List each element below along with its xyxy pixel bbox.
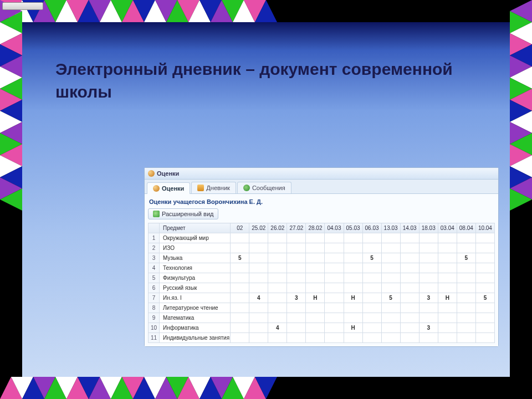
grade-cell[interactable] — [419, 283, 438, 293]
grade-cell[interactable] — [438, 253, 457, 263]
grade-cell[interactable] — [287, 263, 306, 273]
grade-cell[interactable] — [419, 273, 438, 283]
grade-cell[interactable] — [231, 233, 249, 243]
grade-cell[interactable] — [325, 273, 344, 283]
grade-cell[interactable] — [419, 253, 438, 263]
grade-cell[interactable] — [325, 253, 344, 263]
grade-cell[interactable] — [249, 333, 268, 343]
grade-cell[interactable] — [475, 263, 494, 273]
grade-cell[interactable] — [438, 233, 457, 243]
grade-cell[interactable] — [306, 243, 325, 253]
grade-cell[interactable] — [419, 313, 438, 323]
grade-cell[interactable] — [287, 273, 306, 283]
grade-cell[interactable] — [381, 303, 400, 313]
grade-cell[interactable] — [231, 313, 249, 323]
grade-cell[interactable]: Н — [306, 293, 325, 303]
grade-cell[interactable]: 4 — [249, 293, 268, 303]
grade-cell[interactable] — [381, 263, 400, 273]
grade-cell[interactable] — [419, 303, 438, 313]
grade-cell[interactable] — [400, 233, 419, 243]
grade-cell[interactable] — [475, 333, 494, 343]
grade-cell[interactable] — [381, 233, 400, 243]
grade-cell[interactable] — [381, 273, 400, 283]
grade-cell[interactable] — [249, 273, 268, 283]
grade-cell[interactable] — [249, 313, 268, 323]
grade-cell[interactable] — [231, 323, 249, 333]
grade-cell[interactable] — [344, 263, 362, 273]
grade-cell[interactable] — [287, 233, 306, 243]
grade-cell[interactable] — [475, 323, 494, 333]
grade-cell[interactable]: 5 — [475, 293, 494, 303]
grade-cell[interactable]: 3 — [419, 293, 438, 303]
grade-cell[interactable]: Н — [344, 323, 362, 333]
grade-cell[interactable] — [344, 233, 362, 243]
expand-view-button[interactable]: Расширенный вид — [148, 208, 218, 219]
grade-cell[interactable]: Н — [344, 293, 362, 303]
grade-cell[interactable] — [306, 323, 325, 333]
grade-cell[interactable] — [457, 333, 475, 343]
grade-cell[interactable] — [268, 253, 287, 263]
grade-cell[interactable] — [306, 303, 325, 313]
grade-cell[interactable] — [325, 263, 344, 273]
grade-cell[interactable] — [362, 243, 381, 253]
grade-cell[interactable] — [362, 283, 381, 293]
grade-cell[interactable] — [231, 273, 249, 283]
grade-cell[interactable] — [268, 313, 287, 323]
grade-cell[interactable] — [287, 313, 306, 323]
grade-cell[interactable] — [438, 243, 457, 253]
grade-cell[interactable] — [457, 283, 475, 293]
grade-cell[interactable] — [362, 313, 381, 323]
grade-cell[interactable] — [400, 313, 419, 323]
grade-cell[interactable] — [344, 283, 362, 293]
grade-cell[interactable]: 5 — [457, 253, 475, 263]
grade-cell[interactable]: 3 — [419, 323, 438, 333]
grade-cell[interactable] — [325, 233, 344, 243]
grade-cell[interactable] — [362, 333, 381, 343]
tab-messages[interactable]: Сообщения — [237, 182, 291, 193]
grade-cell[interactable] — [457, 323, 475, 333]
grade-cell[interactable]: 5 — [231, 253, 249, 263]
grade-cell[interactable] — [457, 233, 475, 243]
grade-cell[interactable] — [287, 303, 306, 313]
grade-cell[interactable] — [325, 243, 344, 253]
grade-cell[interactable] — [362, 303, 381, 313]
grade-cell[interactable] — [249, 253, 268, 263]
grade-cell[interactable] — [475, 243, 494, 253]
grade-cell[interactable] — [457, 313, 475, 323]
grade-cell[interactable] — [400, 263, 419, 273]
grade-cell[interactable] — [249, 303, 268, 313]
grade-cell[interactable] — [325, 323, 344, 333]
grade-cell[interactable] — [344, 253, 362, 263]
grade-cell[interactable] — [325, 283, 344, 293]
grade-cell[interactable] — [400, 333, 419, 343]
grade-cell[interactable] — [475, 303, 494, 313]
grade-cell[interactable] — [344, 303, 362, 313]
grade-cell[interactable] — [400, 273, 419, 283]
grade-cell[interactable] — [306, 253, 325, 263]
grade-cell[interactable] — [381, 323, 400, 333]
grade-cell[interactable] — [362, 323, 381, 333]
grade-cell[interactable] — [306, 233, 325, 243]
grade-cell[interactable] — [325, 333, 344, 343]
grade-cell[interactable] — [306, 333, 325, 343]
grade-cell[interactable] — [475, 273, 494, 283]
grade-cell[interactable] — [306, 273, 325, 283]
grade-cell[interactable] — [381, 243, 400, 253]
grade-cell[interactable] — [344, 333, 362, 343]
grade-cell[interactable] — [400, 293, 419, 303]
grade-cell[interactable] — [419, 333, 438, 343]
grade-cell[interactable] — [381, 313, 400, 323]
grade-cell[interactable] — [231, 263, 249, 273]
grade-cell[interactable] — [362, 233, 381, 243]
grade-cell[interactable] — [362, 273, 381, 283]
grade-cell[interactable] — [287, 253, 306, 263]
grade-cell[interactable] — [381, 253, 400, 263]
grade-cell[interactable] — [400, 253, 419, 263]
grade-cell[interactable] — [381, 283, 400, 293]
grade-cell[interactable] — [306, 313, 325, 323]
grade-cell[interactable] — [400, 283, 419, 293]
tab-diary[interactable]: Дневник — [191, 182, 236, 193]
grade-cell[interactable] — [457, 303, 475, 313]
grade-cell[interactable] — [268, 293, 287, 303]
grade-cell[interactable] — [231, 303, 249, 313]
